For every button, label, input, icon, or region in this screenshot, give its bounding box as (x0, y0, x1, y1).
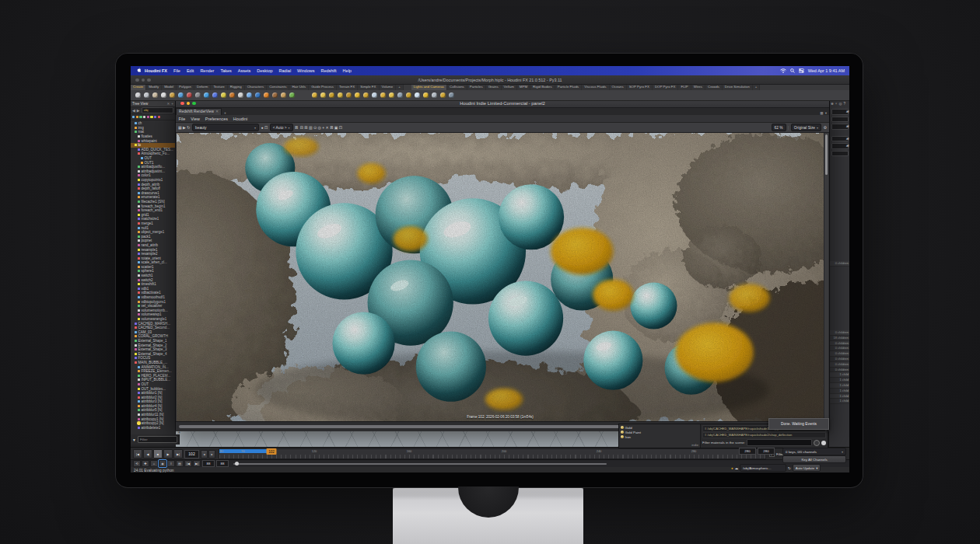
auto-update-dropdown[interactable]: Auto Update▾ (793, 464, 821, 472)
playbar-option-button[interactable]: ≡ (167, 460, 175, 467)
tree-item[interactable]: attribdelete1 (131, 426, 175, 431)
children-count-row[interactable]: 1 child (829, 372, 849, 378)
shelf-tool-icon[interactable] (221, 92, 226, 98)
menubar-item[interactable]: Render (197, 68, 217, 73)
forward-arrow-icon[interactable]: ▶ (137, 108, 140, 113)
shelf-tool-icon[interactable] (187, 92, 192, 98)
shelf-tool-icon[interactable] (406, 92, 411, 98)
children-count-row[interactable]: 0 children (829, 362, 849, 368)
shelf-tool-icon[interactable] (329, 92, 334, 98)
shelf-tool-icon[interactable] (272, 92, 278, 98)
image-vertical-scrollbar[interactable] (824, 133, 828, 421)
children-count-row[interactable]: 0 children (829, 346, 849, 351)
shelf-tool-icon[interactable] (355, 92, 360, 98)
shelf-tool-icon[interactable] (255, 92, 261, 98)
children-count-row[interactable]: 0 children (829, 261, 849, 267)
shelf-tool-icon[interactable] (195, 92, 201, 98)
shelf-tab[interactable]: FLIP (678, 84, 691, 90)
render-toolbar-right-icons[interactable]: ⊟ ⊞ ▥ ⊙ ◎ ⌖ ✕ ⊠ ▣ ⊡ (300, 125, 342, 131)
param-field[interactable] (831, 117, 849, 123)
menubar-item[interactable]: Houdini FX (142, 68, 170, 73)
context-path-field[interactable]: /obj/Atmospheric... (740, 464, 786, 472)
shelf-tab[interactable]: Oceans (610, 84, 627, 90)
shelf-tool-icon[interactable] (178, 92, 184, 98)
filter-toggle-icon[interactable] (814, 440, 820, 446)
shelf-tool-icon[interactable] (346, 92, 352, 98)
window-controls[interactable] (180, 102, 196, 106)
shelf-tool-icon[interactable] (247, 92, 252, 98)
tree-category-icon[interactable] (158, 116, 160, 118)
tree-item[interactable]: CACHED_MARSH... (131, 321, 175, 326)
shelf-tab[interactable]: Drive Simulation (723, 84, 753, 90)
playbar-option-button[interactable]: ◉ (159, 460, 166, 467)
tab-close-icon[interactable]: ✕ (166, 102, 170, 106)
param-field[interactable]: ⊞ (831, 109, 849, 115)
render-menu-item[interactable]: Houdini (230, 117, 250, 121)
shelf-tool-icon[interactable] (229, 92, 235, 98)
playbar-option-button[interactable]: ▤ (176, 460, 184, 467)
shelf-tab[interactable]: Particles (467, 84, 486, 90)
key-all-channels-button[interactable]: Key All Channels (782, 455, 846, 463)
shelf-tool-icon[interactable] (212, 92, 218, 98)
shelf-tab[interactable]: Grains (486, 84, 502, 90)
playbar-option-button[interactable]: ⌂ (150, 460, 158, 467)
refresh-icon[interactable]: ↻ (788, 466, 791, 470)
children-count-row[interactable]: 0 children (829, 351, 849, 357)
playbar-option-button[interactable]: |◀ (184, 460, 192, 467)
children-count-row[interactable]: 1 child (829, 394, 849, 399)
shelf-tab[interactable]: Vellum (502, 84, 517, 90)
shelf-tool-icon[interactable] (423, 92, 429, 98)
param-field[interactable] (831, 151, 849, 157)
next-key-button[interactable]: ▸ (208, 450, 215, 459)
right-panel-icon[interactable]: ⌖ (835, 102, 838, 106)
menubar-item[interactable]: Radial (276, 68, 295, 73)
transport-button[interactable]: ■ (153, 449, 163, 459)
filter-sphere-icon[interactable] (821, 441, 826, 445)
tree-category-icon[interactable] (136, 116, 138, 118)
tree-category-icon[interactable] (143, 116, 145, 118)
children-count-row[interactable]: 0 children (829, 341, 849, 347)
shelf-tool-icon[interactable] (289, 92, 295, 98)
tab-row-icons[interactable]: ▦▾ (820, 111, 829, 115)
playbar-option-button[interactable]: ▶| (193, 460, 201, 467)
range-slider[interactable] (233, 463, 607, 465)
shelf-tool-icon[interactable] (389, 92, 394, 98)
shelf-tool-icon[interactable] (449, 92, 454, 98)
shelf-tab[interactable]: Wires (691, 84, 705, 90)
render-toolbar-icon[interactable]: ⊟ ⊞ ▥ ⊙ ◎ ⌖ ✕ ⊠ ▣ ⊡ (300, 125, 342, 130)
shelf-tab[interactable]: Volume (380, 84, 397, 90)
wifi-icon[interactable] (780, 68, 786, 73)
shelf-tab[interactable]: Modify (146, 84, 162, 90)
shelf-tab[interactable]: Viscous Fluids (582, 84, 609, 90)
back-arrow-icon[interactable]: ◀ (132, 108, 135, 113)
children-count-row[interactable]: 0 children (829, 368, 849, 373)
range-start-field[interactable]: 88 (202, 460, 215, 467)
shelf-tab[interactable]: MPM (517, 84, 530, 90)
menubar-clock[interactable]: Wed Apr 1 9:41 AM (808, 68, 845, 73)
shelf-tab[interactable]: Lights and Cameras (411, 84, 447, 90)
shelf-tab[interactable]: Characters (245, 84, 267, 90)
shelf-tab[interactable]: Terrain FX (337, 84, 358, 90)
shelf-tool-icon[interactable] (264, 92, 269, 98)
shelf-tab[interactable]: + (396, 84, 404, 90)
menubar-item[interactable]: Redshift (317, 68, 339, 73)
transport-button[interactable]: |◀ (133, 449, 142, 459)
shelf-tab[interactable]: Polygon (177, 84, 194, 90)
shelf-tool-icon[interactable] (281, 92, 286, 98)
range-start-field-2[interactable]: 88 (216, 460, 229, 467)
param-field[interactable]: ⊞ (831, 143, 849, 149)
control-center-icon[interactable] (799, 68, 804, 73)
menubar-item[interactable]: File (170, 68, 184, 73)
shelf-tool-icon[interactable] (320, 92, 326, 98)
shelf-tab[interactable]: Particle Fluids (555, 84, 583, 90)
right-panel-icon[interactable]: ⊕ (831, 102, 834, 106)
transport-button[interactable]: ▶ (163, 449, 173, 459)
prev-key-button[interactable]: ◂ (201, 450, 208, 459)
shelf-tool-icon[interactable] (440, 92, 446, 98)
shelf-tab[interactable]: Model (162, 84, 177, 90)
apple-logo-icon[interactable] (136, 68, 142, 74)
playhead[interactable]: 102 (267, 448, 277, 455)
menubar-item[interactable]: Desktop (254, 68, 275, 73)
tree-view-tab[interactable]: Tree View ✕ + (131, 100, 175, 107)
render-view-window[interactable]: Houdini Indie Limited-Commercial - panel… (175, 98, 830, 430)
